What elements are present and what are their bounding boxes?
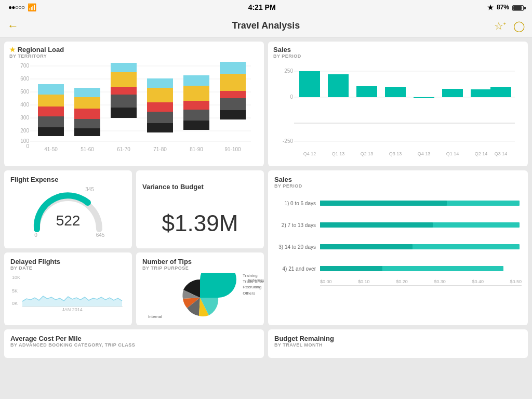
nav-bar: ← Travel Analysis ☆+ ◯ (0, 15, 532, 37)
svg-text:Q2 14: Q2 14 (475, 151, 488, 156)
svg-text:Q1 14: Q1 14 (446, 151, 459, 156)
svg-text:522: 522 (56, 212, 81, 229)
h-bar-fg-3 (320, 244, 520, 249)
status-right: ★ 87% (487, 4, 524, 11)
svg-text:345: 345 (85, 187, 94, 192)
h-bar-label-2: 2) 7 to 13 days (274, 222, 320, 228)
h-bar-row-1: 1) 0 to 6 days (274, 197, 522, 209)
variance-budget-title: Variance to Budget (142, 183, 258, 191)
nav-actions: ☆+ ◯ (494, 20, 525, 32)
h-bar-label-1: 1) 0 to 6 days (274, 201, 320, 206)
legend-others: Others (243, 290, 264, 296)
variance-budget-value: $1.39M (142, 210, 258, 236)
svg-text:51-60: 51-60 (81, 147, 94, 152)
sales-period-right-title: Sales (274, 176, 522, 183)
pie-container: Training Trade Show Recruiting Others In… (142, 273, 258, 319)
svg-rect-16 (38, 116, 64, 127)
delayed-flights-chart: 10K 5K 0K JAN 2014 (10, 273, 126, 312)
avg-cost-card: Average Cost Per Mile BY ADVANCED BOOKIN… (4, 329, 264, 358)
svg-rect-37 (147, 78, 173, 88)
svg-text:JAN 2014: JAN 2014 (62, 307, 83, 312)
svg-rect-40 (183, 110, 209, 121)
sales-period-top-subtitle: BY PERIOD (273, 54, 523, 59)
legend-external: External (248, 278, 263, 283)
svg-text:Q3 13: Q3 13 (389, 151, 402, 156)
svg-rect-60 (328, 74, 349, 97)
svg-text:41-50: 41-50 (44, 147, 58, 152)
svg-rect-27 (111, 108, 137, 118)
svg-text:81-90: 81-90 (190, 147, 203, 152)
battery-pct: 87% (497, 4, 509, 11)
pie-chart-svg (164, 273, 236, 317)
svg-rect-68 (442, 89, 463, 97)
number-tips-subtitle: BY TRIP PURPOSE (142, 265, 258, 271)
budget-remaining-title: Budget Remaining (274, 335, 522, 342)
svg-rect-47 (220, 91, 246, 98)
profile-icon[interactable]: ◯ (513, 20, 525, 32)
svg-rect-66 (414, 97, 434, 98)
wifi-icon: 📶 (28, 3, 36, 11)
back-button[interactable]: ← (7, 19, 19, 33)
h-bar-fg-4 (320, 266, 503, 271)
bottom-row: Average Cost Per Mile BY ADVANCED BOOKIN… (4, 329, 528, 358)
svg-rect-45 (220, 110, 246, 119)
h-bar-track-2 (320, 219, 522, 231)
h-bar-x-line (320, 285, 522, 286)
h-bar-fg-1 (320, 201, 520, 206)
gauge-svg: 345 522 0 645 (26, 185, 110, 240)
svg-text:0: 0 (290, 94, 293, 100)
number-tips-card: Number of Tips BY TRIP PURPOSE (136, 252, 264, 325)
svg-rect-70 (471, 89, 491, 97)
svg-text:600: 600 (20, 76, 29, 82)
budget-remaining-card: Budget Remaining BY TRAVEL MONTH (268, 329, 528, 358)
avg-cost-subtitle: BY ADVANCED BOOKING CATEGORY, TRIP CLASS (10, 342, 258, 348)
h-bar-label-3: 3) 14 to 20 days (274, 244, 320, 250)
svg-text:5K: 5K (12, 288, 18, 294)
h-bar-track-3 (320, 241, 522, 253)
regional-load-chart: 700 600 500 400 300 200 100 0 41-50 51-6… (9, 61, 259, 153)
svg-rect-33 (147, 123, 173, 132)
flight-expense-title: Flight Expense (10, 176, 126, 183)
svg-rect-21 (74, 128, 100, 136)
svg-rect-46 (220, 98, 246, 110)
svg-rect-42 (183, 86, 209, 101)
sales-period-top-title: Sales (273, 46, 523, 54)
svg-rect-41 (183, 101, 209, 110)
h-bar-track-4 (320, 262, 522, 275)
h-bar-row-3: 3) 14 to 20 days (274, 241, 522, 253)
svg-rect-35 (147, 102, 173, 112)
svg-text:500: 500 (20, 89, 29, 95)
svg-text:Q3 14: Q3 14 (495, 151, 508, 156)
svg-rect-72 (490, 87, 511, 97)
star-add-icon[interactable]: ☆+ (494, 20, 506, 32)
svg-rect-15 (38, 127, 64, 136)
svg-rect-24 (74, 97, 100, 109)
svg-text:Q4 12: Q4 12 (303, 151, 316, 156)
svg-text:91-100: 91-100 (224, 147, 241, 152)
time-display: 4:21 PM (248, 3, 276, 11)
bluetooth-icon: ★ (487, 4, 494, 11)
svg-rect-28 (111, 95, 137, 108)
svg-text:-250: -250 (283, 138, 293, 144)
number-tips-title: Number of Tips (142, 258, 258, 265)
svg-rect-58 (299, 71, 320, 97)
svg-text:0: 0 (26, 143, 29, 149)
regional-load-card: ★ Regional Load BY TERRITORY 700 600 500… (4, 42, 264, 166)
variance-budget-card: Variance to Budget $1.39M (136, 170, 264, 248)
svg-text:61-70: 61-70 (117, 147, 130, 152)
svg-rect-43 (183, 75, 209, 86)
page-title: Travel Analysis (232, 20, 300, 31)
svg-rect-62 (356, 86, 377, 97)
svg-text:400: 400 (20, 102, 29, 108)
avg-cost-title: Average Cost Per Mile (10, 335, 258, 342)
sales-period-top-chart: 250 0 -250 Q4 12 Q1 13 Q2 13 Q3 13 Q4 13… (273, 61, 523, 157)
signal-dots: ●●○○○ (8, 4, 24, 11)
legend-recruiting: Recruiting (243, 284, 264, 290)
left-bottom-row: Delayed Flights BY DATE 10K 5K 0K JAN 20… (4, 252, 264, 325)
svg-rect-23 (74, 109, 100, 119)
svg-rect-39 (183, 121, 209, 130)
svg-text:Q1 13: Q1 13 (332, 151, 345, 156)
svg-rect-36 (147, 88, 173, 102)
svg-rect-64 (385, 87, 406, 97)
svg-rect-17 (38, 107, 64, 116)
